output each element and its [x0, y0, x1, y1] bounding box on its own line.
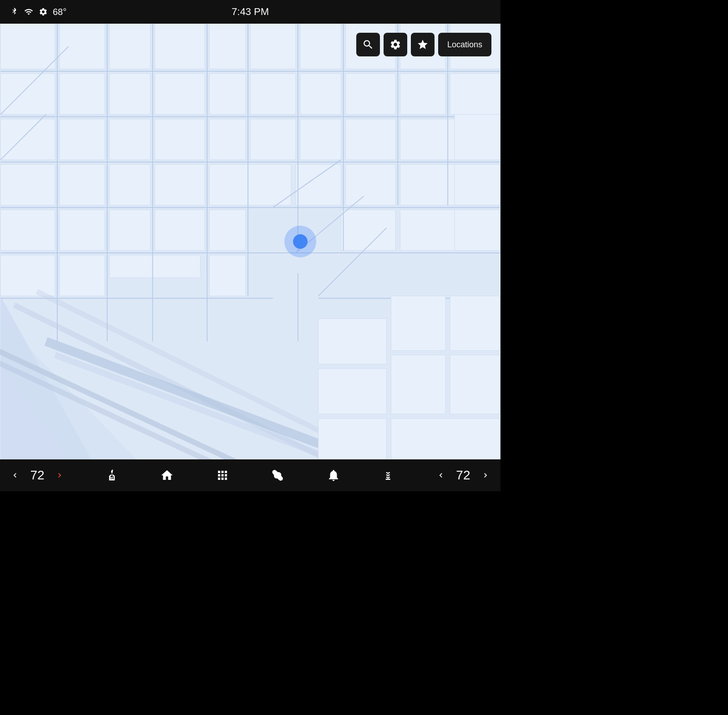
settings-status-icon[interactable]: [38, 7, 48, 17]
svg-rect-4: [155, 24, 205, 69]
status-bar: 68° 7:43 PM: [0, 0, 500, 24]
svg-rect-25: [209, 119, 246, 160]
svg-rect-32: [110, 164, 151, 205]
svg-rect-6: [250, 24, 296, 69]
svg-rect-43: [341, 210, 396, 251]
svg-rect-15: [209, 74, 246, 115]
svg-rect-41: [155, 210, 205, 251]
svg-rect-22: [60, 119, 105, 160]
svg-rect-1: [0, 24, 55, 69]
svg-rect-84: [450, 355, 500, 414]
map-container[interactable]: Locations: [0, 24, 500, 459]
left-temperature: 72: [28, 468, 46, 483]
svg-rect-26: [250, 119, 296, 160]
right-heat-button[interactable]: [375, 462, 402, 489]
svg-rect-18: [346, 74, 396, 115]
svg-rect-48: [209, 255, 246, 296]
svg-rect-21: [0, 119, 55, 160]
svg-rect-19: [400, 74, 445, 115]
svg-rect-13: [110, 74, 151, 115]
location-dot: [293, 234, 308, 249]
right-temp-up-button[interactable]: [475, 465, 496, 486]
map-svg: [0, 24, 500, 459]
svg-rect-14: [155, 74, 205, 115]
svg-rect-34: [209, 164, 291, 205]
svg-rect-5: [209, 24, 246, 69]
svg-rect-11: [0, 74, 55, 115]
svg-rect-39: [60, 210, 105, 251]
svg-rect-28: [346, 119, 396, 160]
svg-rect-36: [346, 164, 396, 205]
favorites-button[interactable]: [411, 33, 435, 56]
svg-rect-17: [300, 74, 341, 115]
svg-rect-79: [318, 319, 387, 364]
svg-rect-83: [391, 355, 445, 414]
svg-rect-16: [250, 74, 296, 115]
map-toolbar: Locations: [356, 33, 491, 56]
svg-rect-3: [110, 24, 151, 69]
svg-rect-12: [60, 74, 105, 115]
svg-rect-89: [455, 210, 500, 251]
svg-rect-87: [455, 115, 500, 160]
home-button[interactable]: [153, 462, 181, 489]
svg-rect-82: [318, 368, 387, 414]
svg-rect-85: [318, 418, 387, 459]
svg-rect-47: [110, 255, 201, 278]
status-temperature: 68°: [53, 7, 66, 17]
svg-rect-31: [60, 164, 105, 205]
svg-rect-24: [155, 119, 205, 160]
bottom-bar: 72: [0, 459, 500, 491]
notification-button[interactable]: [320, 462, 347, 489]
svg-rect-88: [455, 164, 500, 205]
svg-rect-27: [300, 119, 341, 160]
svg-rect-46: [60, 255, 105, 296]
map-settings-button[interactable]: [384, 33, 407, 56]
svg-rect-80: [391, 296, 445, 351]
svg-rect-35: [296, 164, 341, 205]
locations-label: Locations: [447, 40, 482, 50]
left-temp-up-button[interactable]: [49, 465, 70, 486]
right-temperature: 72: [454, 468, 472, 483]
svg-rect-20: [450, 74, 500, 115]
left-temp-control: 72: [5, 465, 70, 486]
status-time: 7:43 PM: [232, 6, 269, 18]
locations-button[interactable]: Locations: [438, 33, 491, 56]
bluetooth-icon: [9, 7, 19, 17]
svg-rect-30: [0, 164, 55, 205]
location-marker: [284, 226, 316, 257]
svg-rect-40: [110, 210, 151, 251]
signal-icon: [24, 7, 34, 17]
left-temp-down-button[interactable]: [5, 465, 25, 486]
location-pulse: [284, 226, 316, 257]
left-heat-button[interactable]: [98, 462, 126, 489]
right-temp-control: 72: [430, 465, 496, 486]
svg-rect-23: [110, 119, 151, 160]
svg-rect-86: [391, 418, 500, 459]
search-button[interactable]: [356, 33, 380, 56]
status-left: 68°: [9, 7, 66, 17]
svg-rect-33: [155, 164, 205, 205]
svg-rect-7: [300, 24, 341, 69]
fan-button[interactable]: [264, 462, 292, 489]
right-temp-down-button[interactable]: [430, 465, 451, 486]
svg-rect-42: [209, 210, 246, 251]
apps-button[interactable]: [209, 462, 236, 489]
svg-rect-81: [450, 296, 500, 351]
svg-rect-38: [0, 210, 55, 251]
svg-rect-2: [60, 24, 105, 69]
svg-rect-45: [0, 255, 55, 296]
